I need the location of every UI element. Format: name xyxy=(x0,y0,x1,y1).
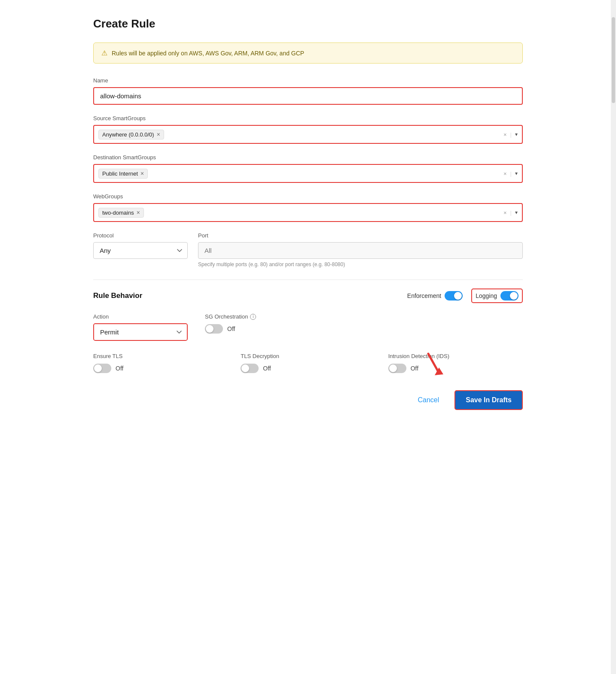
webgroups-section: WebGroups two-domains × × | ▾ xyxy=(93,193,523,222)
destination-tag: Public Internet × xyxy=(98,169,148,179)
source-tag-label: Anywhere (0.0.0.0/0) xyxy=(102,131,154,138)
sg-orch-info-icon[interactable]: i xyxy=(250,314,256,320)
rule-behavior-title: Rule Behavior xyxy=(93,291,142,300)
source-chevron-icon[interactable]: ▾ xyxy=(515,131,518,137)
webgroups-tag-close[interactable]: × xyxy=(137,209,140,216)
ensure-tls-state: Off xyxy=(116,365,123,372)
destination-smartgroups-label: Destination SmartGroups xyxy=(93,154,523,161)
port-label: Port xyxy=(198,232,523,239)
sg-orchestration-field: SG Orchestration i Off xyxy=(205,313,523,334)
ensure-tls-knob xyxy=(94,364,102,372)
webgroups-select-controls: × | ▾ xyxy=(503,209,518,216)
sg-orchestration-state: Off xyxy=(227,325,235,332)
logging-knob xyxy=(510,292,518,300)
sg-orchestration-knob xyxy=(206,325,213,333)
webgroups-clear-icon[interactable]: × xyxy=(503,209,507,216)
webgroups-tag-label: two-domains xyxy=(102,209,134,216)
enforcement-knob xyxy=(454,292,462,300)
action-sg-row: Action Permit Deny Force Drop SG Orchest… xyxy=(93,313,523,341)
webgroups-select[interactable]: two-domains × × | ▾ xyxy=(93,203,523,222)
rule-behavior-header: Rule Behavior Enforcement Logging xyxy=(93,288,523,303)
source-select-controls: × | ▾ xyxy=(503,131,518,138)
source-smartgroups-section: Source SmartGroups Anywhere (0.0.0.0/0) … xyxy=(93,115,523,144)
tls-decryption-field: TLS Decryption Off xyxy=(241,353,375,373)
tls-decryption-knob xyxy=(241,364,249,372)
protocol-label: Protocol xyxy=(93,232,188,239)
destination-select-controls: × | ▾ xyxy=(503,170,518,177)
alert-text: Rules will be applied only on AWS, AWS G… xyxy=(112,50,304,57)
port-input[interactable] xyxy=(198,242,523,259)
tls-row: Ensure TLS Off TLS Decryption Off Intrus… xyxy=(93,353,523,373)
action-select-wrapper: Permit Deny Force Drop xyxy=(93,323,188,341)
warning-icon: ⚠ xyxy=(101,49,107,57)
source-tag: Anywhere (0.0.0.0/0) × xyxy=(98,130,164,140)
destination-clear-icon[interactable]: × xyxy=(503,170,507,177)
source-smartgroups-select[interactable]: Anywhere (0.0.0.0/0) × × | ▾ xyxy=(93,125,523,144)
port-hint: Specify multiple ports (e.g. 80) and/or … xyxy=(198,261,523,267)
ensure-tls-label: Ensure TLS xyxy=(93,353,228,359)
protocol-port-row: Protocol Any TCP UDP ICMP Port Specify m… xyxy=(93,232,523,267)
ensure-tls-toggle-row: Off xyxy=(93,364,228,373)
tls-decryption-toggle[interactable] xyxy=(241,364,259,373)
port-field: Port Specify multiple ports (e.g. 80) an… xyxy=(198,232,523,267)
webgroups-chevron-icon[interactable]: ▾ xyxy=(515,209,518,216)
sg-orchestration-toggle[interactable] xyxy=(205,324,223,334)
ids-label: Intrusion Detection (IDS) xyxy=(388,353,523,359)
tls-decryption-toggle-row: Off xyxy=(241,364,375,373)
ids-field: Intrusion Detection (IDS) Off xyxy=(388,353,523,373)
destination-tag-label: Public Internet xyxy=(102,170,138,177)
ids-toggle-row: Off xyxy=(388,364,523,373)
ensure-tls-toggle[interactable] xyxy=(93,364,111,373)
name-section: Name xyxy=(93,77,523,105)
protocol-select[interactable]: Any TCP UDP ICMP xyxy=(93,242,188,259)
protocol-field: Protocol Any TCP UDP ICMP xyxy=(93,232,188,259)
tls-decryption-label: TLS Decryption xyxy=(241,353,375,359)
section-divider xyxy=(93,279,523,280)
action-label: Action xyxy=(93,313,188,320)
logging-toggle[interactable] xyxy=(500,291,518,301)
ids-knob xyxy=(389,364,397,372)
ensure-tls-field: Ensure TLS Off xyxy=(93,353,228,373)
cancel-button[interactable]: Cancel xyxy=(411,392,446,408)
ids-state: Off xyxy=(411,365,418,372)
tls-decryption-state: Off xyxy=(263,365,271,372)
source-smartgroups-label: Source SmartGroups xyxy=(93,115,523,121)
logging-toggle-item: Logging xyxy=(471,288,523,303)
ids-toggle[interactable] xyxy=(388,364,406,373)
action-field: Action Permit Deny Force Drop xyxy=(93,313,188,341)
name-input[interactable] xyxy=(93,87,523,105)
destination-smartgroups-select[interactable]: Public Internet × × | ▾ xyxy=(93,164,523,183)
sg-orchestration-label: SG Orchestration i xyxy=(205,313,523,320)
destination-tag-close[interactable]: × xyxy=(140,170,144,176)
enforcement-toggle[interactable] xyxy=(445,291,463,301)
logging-label: Logging xyxy=(476,292,497,299)
rule-behavior-toggles: Enforcement Logging xyxy=(407,288,523,303)
destination-chevron-icon[interactable]: ▾ xyxy=(515,170,518,176)
save-in-drafts-button[interactable]: Save In Drafts xyxy=(454,390,523,410)
page-title: Create Rule xyxy=(93,17,523,30)
enforcement-toggle-item: Enforcement xyxy=(407,291,463,301)
alert-banner: ⚠ Rules will be applied only on AWS, AWS… xyxy=(93,43,523,64)
enforcement-label: Enforcement xyxy=(407,292,441,299)
form-footer: Cancel Save In Drafts xyxy=(93,390,523,410)
webgroups-label: WebGroups xyxy=(93,193,523,200)
sg-orchestration-toggle-row: Off xyxy=(205,324,523,334)
protocol-port-section: Protocol Any TCP UDP ICMP Port Specify m… xyxy=(93,232,523,267)
action-select[interactable]: Permit Deny Force Drop xyxy=(94,324,187,340)
name-label: Name xyxy=(93,77,523,84)
source-clear-icon[interactable]: × xyxy=(503,131,507,138)
destination-smartgroups-section: Destination SmartGroups Public Internet … xyxy=(93,154,523,183)
webgroups-tag: two-domains × xyxy=(98,208,144,218)
source-tag-close[interactable]: × xyxy=(157,131,160,137)
